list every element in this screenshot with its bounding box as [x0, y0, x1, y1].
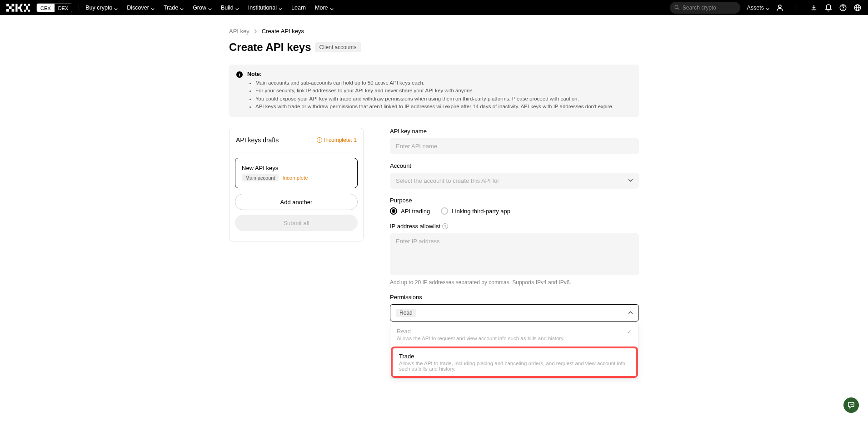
search-box[interactable]	[670, 2, 740, 14]
warning-icon: !	[317, 137, 322, 143]
ip-allowlist-input[interactable]	[390, 233, 639, 275]
permissions-select[interactable]: Read	[390, 304, 639, 322]
search-icon	[674, 5, 679, 10]
svg-rect-2	[6, 9, 9, 11]
incomplete-badge: ! Incomplete: 1	[317, 137, 357, 143]
nav-grow[interactable]: Grow	[193, 5, 212, 11]
svg-marker-7	[19, 4, 23, 11]
svg-point-22	[851, 404, 852, 405]
purpose-label: Purpose	[390, 197, 639, 204]
info-icon: i	[236, 71, 243, 78]
note-title: Note:	[247, 71, 614, 77]
nav-build[interactable]: Build	[221, 5, 239, 11]
svg-point-23	[852, 404, 853, 405]
nav-buy-crypto[interactable]: Buy crypto	[85, 5, 118, 11]
note-item: API keys with trade or withdraw permissi…	[255, 103, 614, 111]
nav-discover[interactable]: Discover	[127, 5, 155, 11]
help-icon[interactable]	[839, 4, 847, 12]
submit-all-button: Submit all	[235, 215, 358, 231]
permissions-label: Permissions	[390, 294, 639, 301]
svg-point-17	[843, 9, 843, 10]
breadcrumb-current: Create API keys	[262, 28, 304, 35]
globe-icon[interactable]	[853, 4, 862, 12]
assets-menu[interactable]: Assets	[747, 5, 769, 11]
permissions-dropdown: Read Allows the API to request and view …	[390, 323, 639, 379]
drafts-card: API keys drafts ! Incomplete: 1 New API …	[229, 128, 364, 241]
note-item: For your security, link IP addresses to …	[255, 87, 614, 95]
note-item: You could expose your API key with trade…	[255, 95, 614, 103]
ip-allowlist-label: IP address allowlist ?	[390, 223, 639, 230]
nav-learn[interactable]: Learn	[291, 5, 306, 11]
account-select[interactable]: Select the account to create this API fo…	[390, 173, 639, 189]
svg-rect-5	[15, 4, 17, 11]
help-icon[interactable]: ?	[442, 223, 448, 229]
purpose-api-trading-radio[interactable]: API trading	[390, 207, 430, 215]
chevron-down-icon	[628, 177, 633, 184]
main-nav: Buy crypto Discover Trade Grow Build Ins…	[85, 5, 333, 11]
svg-rect-11	[28, 4, 30, 5]
permission-option-read[interactable]: Read Allows the API to request and view …	[390, 323, 639, 346]
svg-rect-10	[24, 10, 26, 11]
chevron-down-icon	[151, 6, 155, 10]
api-name-label: API key name	[390, 128, 639, 135]
chevron-down-icon	[330, 6, 334, 10]
nav-trade[interactable]: Trade	[164, 5, 184, 11]
chevron-down-icon	[208, 6, 212, 10]
note-box: i Note: Main accounts and sub-accounts c…	[229, 65, 639, 117]
svg-line-14	[678, 8, 679, 10]
ip-helper-text: Add up to 20 IP addresses separated by c…	[390, 279, 639, 286]
svg-rect-9	[26, 5, 28, 10]
bell-icon[interactable]	[824, 4, 833, 12]
divider	[79, 4, 79, 11]
page-title: Create API keys	[229, 41, 311, 54]
top-header: CEX DEX Buy crypto Discover Trade Grow B…	[0, 0, 868, 15]
draft-name: New API keys	[242, 165, 351, 171]
drafts-title: API keys drafts	[236, 136, 279, 144]
svg-rect-4	[12, 9, 15, 11]
nav-institutional[interactable]: Institutional	[248, 5, 282, 11]
api-name-input[interactable]	[390, 138, 639, 154]
permission-option-trade[interactable]: Trade Allows the API to trade, including…	[391, 347, 638, 378]
chevron-down-icon	[114, 6, 118, 10]
chevron-right-icon	[254, 29, 257, 34]
exchange-toggle: CEX DEX	[36, 3, 72, 12]
breadcrumb-root[interactable]: API key	[229, 28, 249, 35]
svg-rect-12	[28, 10, 30, 11]
svg-point-13	[675, 5, 678, 9]
cex-toggle[interactable]: CEX	[37, 4, 55, 12]
purpose-third-party-radio[interactable]: Linking third-party app	[441, 207, 510, 215]
draft-item[interactable]: New API keys Main account Incomplete	[235, 158, 358, 188]
status-tag: Incomplete	[282, 175, 308, 181]
chevron-down-icon	[180, 6, 184, 10]
dex-toggle[interactable]: DEX	[55, 4, 72, 12]
svg-rect-0	[6, 4, 9, 6]
logo[interactable]	[6, 4, 30, 12]
search-input[interactable]	[683, 5, 736, 11]
divider	[797, 4, 797, 11]
check-icon: ✓	[627, 328, 632, 335]
add-another-button[interactable]: Add another	[235, 194, 358, 210]
svg-rect-1	[9, 6, 12, 9]
user-icon[interactable]	[776, 4, 784, 12]
account-tag: Main account	[242, 174, 279, 181]
account-label: Account	[390, 162, 639, 169]
chevron-down-icon	[235, 6, 239, 10]
svg-point-15	[778, 5, 781, 8]
nav-more[interactable]: More	[315, 5, 333, 11]
svg-point-21	[850, 404, 851, 405]
chevron-up-icon	[628, 310, 633, 316]
chevron-down-icon	[279, 6, 282, 10]
svg-rect-3	[12, 4, 15, 6]
breadcrumb: API key Create API keys	[229, 28, 639, 35]
chat-icon	[847, 401, 855, 406]
chevron-down-icon	[766, 6, 769, 10]
note-item: Main accounts and sub-accounts can hold …	[255, 79, 614, 87]
svg-rect-8	[24, 4, 26, 5]
client-accounts-chip[interactable]: Client accounts	[315, 42, 361, 52]
chat-fab[interactable]	[843, 397, 859, 406]
download-icon[interactable]	[810, 4, 818, 12]
